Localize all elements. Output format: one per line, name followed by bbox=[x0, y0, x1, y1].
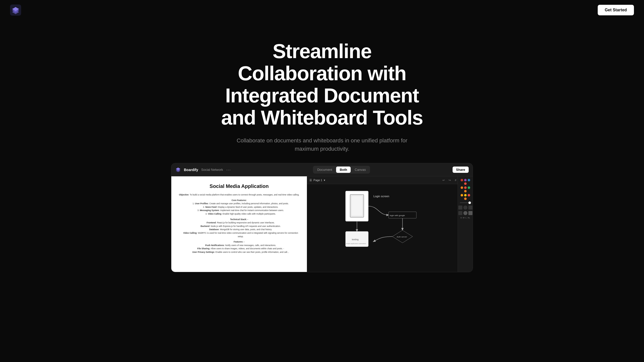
color-blue[interactable] bbox=[468, 179, 470, 181]
svg-text:simple application automation: simple application automation bbox=[346, 243, 366, 244]
doc-title: Social Media Application bbox=[179, 183, 299, 189]
canvas-tools-panel: S M L XL bbox=[458, 176, 473, 272]
color-orange2[interactable] bbox=[464, 190, 467, 192]
line-tool[interactable] bbox=[458, 211, 462, 215]
svg-rect-15 bbox=[346, 231, 369, 247]
app-workspace-label: Social Network bbox=[201, 168, 223, 172]
color-red[interactable] bbox=[461, 179, 463, 181]
canvas-toolbar: ☰ Page 1 ▾ ↩ ↪ # ⚙ ⋯ bbox=[307, 176, 473, 184]
navigation: Get Started bbox=[0, 0, 644, 20]
canvas-diagram: Login screen login with google Auth serv… bbox=[312, 183, 455, 272]
tab-document[interactable]: Document bbox=[314, 167, 336, 173]
shape-tool[interactable] bbox=[468, 211, 472, 215]
size-l[interactable]: L bbox=[465, 217, 466, 219]
app-tab-group: Document Both Canvas bbox=[313, 166, 370, 174]
app-content: Social Media Application Objective: To b… bbox=[171, 176, 473, 272]
canvas-toolbar-left: ☰ Page 1 ▾ bbox=[309, 179, 325, 182]
color-orange[interactable] bbox=[461, 186, 463, 189]
app-topbar: Boardify Social Network ⋯ Document Both … bbox=[171, 163, 473, 176]
document-panel: Social Media Application Objective: To b… bbox=[171, 176, 307, 272]
color-purple[interactable] bbox=[464, 179, 467, 181]
share-button[interactable]: Share bbox=[453, 167, 469, 173]
grid-button[interactable]: # bbox=[453, 178, 458, 183]
app-preview: Boardify Social Network ⋯ Document Both … bbox=[171, 163, 473, 272]
color-palette-row2 bbox=[459, 186, 471, 192]
canvas-panel: ☰ Page 1 ▾ ↩ ↪ # ⚙ ⋯ bbox=[307, 176, 473, 272]
app-brand-label: Boardify bbox=[184, 168, 198, 172]
app-menu-dots-icon[interactable]: ⋯ bbox=[226, 167, 231, 173]
circle2-tool[interactable] bbox=[463, 211, 467, 215]
size-s[interactable]: S bbox=[460, 217, 462, 219]
svg-rect-9 bbox=[352, 196, 362, 216]
app-logo-small bbox=[175, 167, 181, 173]
svg-rect-8 bbox=[350, 194, 364, 217]
hero-subtitle: Collaborate on documents and whiteboards… bbox=[236, 136, 408, 153]
topbar-left: Boardify Social Network ⋯ bbox=[175, 167, 231, 173]
color-yellow[interactable] bbox=[461, 194, 463, 196]
hamburger-icon: ☰ bbox=[309, 179, 312, 182]
get-started-button[interactable]: Get Started bbox=[598, 5, 634, 15]
triangle-tool[interactable] bbox=[468, 206, 472, 210]
color-orange3[interactable] bbox=[464, 197, 467, 200]
brush-size-slider[interactable] bbox=[460, 203, 471, 203]
square-tool[interactable] bbox=[458, 206, 462, 210]
circle-tool[interactable] bbox=[463, 206, 467, 210]
doc-body: Objective: To build a social media platf… bbox=[179, 193, 299, 254]
canvas-page-label: Page 1 bbox=[313, 179, 322, 182]
hero-section: Streamline Collaboration with Integrated… bbox=[0, 0, 644, 287]
color-yellow2[interactable] bbox=[464, 194, 467, 196]
color-red2[interactable] bbox=[464, 182, 467, 185]
color-palette-row3 bbox=[459, 194, 471, 200]
color-palette-row1 bbox=[459, 179, 471, 185]
tool-row2 bbox=[458, 211, 472, 215]
svg-text:login with google: login with google bbox=[390, 214, 405, 217]
color-red4[interactable] bbox=[468, 194, 470, 196]
svg-text:texting: texting bbox=[352, 238, 359, 241]
color-red3[interactable] bbox=[464, 186, 467, 189]
tool-row1 bbox=[458, 206, 472, 210]
size-selector: S M L XL bbox=[460, 217, 470, 219]
boardify-logo-icon bbox=[10, 5, 21, 16]
redo-button[interactable]: ↪ bbox=[447, 178, 452, 183]
color-green[interactable] bbox=[468, 186, 470, 189]
size-m[interactable]: M bbox=[463, 217, 465, 219]
hero-title: Streamline Collaboration with Integrated… bbox=[209, 40, 435, 129]
svg-text:Login screen: Login screen bbox=[373, 195, 389, 198]
logo-area bbox=[10, 5, 21, 16]
chevron-down-icon: ▾ bbox=[324, 179, 325, 182]
svg-rect-11 bbox=[389, 212, 417, 218]
tab-canvas[interactable]: Canvas bbox=[351, 167, 369, 173]
diagram-svg: Login screen login with google Auth serv… bbox=[312, 183, 455, 272]
svg-marker-13 bbox=[392, 230, 413, 243]
svg-rect-7 bbox=[346, 191, 369, 221]
svg-text:Auth server: Auth server bbox=[397, 236, 407, 238]
tab-both[interactable]: Both bbox=[336, 167, 351, 173]
size-xl[interactable]: XL bbox=[468, 217, 470, 219]
undo-button[interactable]: ↩ bbox=[441, 178, 446, 183]
